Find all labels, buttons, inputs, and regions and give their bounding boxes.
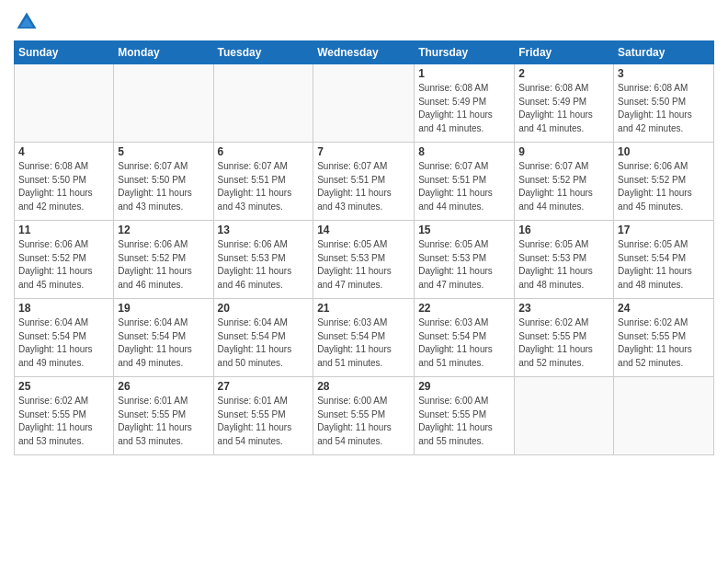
day-info: Sunrise: 6:05 AM Sunset: 5:54 PM Dayligh…	[618, 238, 710, 292]
calendar-cell: 4Sunrise: 6:08 AM Sunset: 5:50 PM Daylig…	[15, 143, 114, 221]
day-number: 13	[218, 224, 310, 236]
day-info: Sunrise: 6:04 AM Sunset: 5:54 PM Dayligh…	[118, 316, 209, 370]
day-number: 12	[118, 224, 209, 236]
day-number: 10	[618, 145, 710, 158]
day-info: Sunrise: 6:04 AM Sunset: 5:54 PM Dayligh…	[218, 316, 310, 370]
day-info: Sunrise: 6:02 AM Sunset: 5:55 PM Dayligh…	[18, 395, 109, 448]
day-info: Sunrise: 6:04 AM Sunset: 5:54 PM Dayligh…	[18, 316, 109, 370]
day-info: Sunrise: 6:06 AM Sunset: 5:52 PM Dayligh…	[118, 238, 209, 292]
calendar-cell	[515, 377, 614, 455]
calendar-week-2: 4Sunrise: 6:08 AM Sunset: 5:50 PM Daylig…	[15, 143, 714, 221]
day-info: Sunrise: 6:03 AM Sunset: 5:54 PM Dayligh…	[418, 316, 510, 370]
day-number: 25	[18, 380, 109, 393]
calendar-cell: 22Sunrise: 6:03 AM Sunset: 5:54 PM Dayli…	[415, 299, 515, 377]
day-info: Sunrise: 6:07 AM Sunset: 5:50 PM Dayligh…	[118, 160, 209, 213]
day-number: 23	[518, 302, 609, 315]
calendar-cell: 15Sunrise: 6:05 AM Sunset: 5:53 PM Dayli…	[415, 221, 515, 299]
weekday-header-monday: Monday	[114, 41, 213, 64]
day-info: Sunrise: 6:02 AM Sunset: 5:55 PM Dayligh…	[618, 316, 710, 370]
day-info: Sunrise: 6:08 AM Sunset: 5:50 PM Dayligh…	[18, 160, 109, 213]
day-info: Sunrise: 6:03 AM Sunset: 5:54 PM Dayligh…	[317, 316, 410, 370]
day-number: 6	[218, 145, 310, 158]
day-number: 16	[518, 224, 609, 236]
calendar-cell	[15, 64, 114, 143]
day-info: Sunrise: 6:08 AM Sunset: 5:49 PM Dayligh…	[418, 82, 510, 135]
day-number: 8	[418, 145, 510, 158]
day-number: 3	[618, 67, 710, 80]
calendar-cell: 10Sunrise: 6:06 AM Sunset: 5:52 PM Dayli…	[614, 143, 714, 221]
calendar-cell: 19Sunrise: 6:04 AM Sunset: 5:54 PM Dayli…	[114, 299, 213, 377]
main-container: SundayMondayTuesdayWednesdayThursdayFrid…	[0, 0, 728, 460]
calendar-cell: 13Sunrise: 6:06 AM Sunset: 5:53 PM Dayli…	[213, 221, 313, 299]
calendar-cell	[114, 64, 213, 143]
calendar-cell: 14Sunrise: 6:05 AM Sunset: 5:53 PM Dayli…	[313, 221, 415, 299]
calendar-cell	[313, 64, 415, 143]
calendar-cell	[213, 64, 313, 143]
day-number: 24	[618, 302, 710, 315]
calendar-cell: 18Sunrise: 6:04 AM Sunset: 5:54 PM Dayli…	[15, 299, 114, 377]
calendar-cell: 29Sunrise: 6:00 AM Sunset: 5:55 PM Dayli…	[415, 377, 515, 455]
day-number: 1	[418, 67, 510, 80]
day-number: 5	[118, 145, 209, 158]
day-info: Sunrise: 6:00 AM Sunset: 5:55 PM Dayligh…	[317, 395, 410, 448]
day-number: 14	[317, 224, 410, 236]
header	[14, 9, 714, 35]
calendar-cell	[614, 377, 714, 455]
day-number: 11	[18, 224, 109, 236]
day-info: Sunrise: 6:08 AM Sunset: 5:49 PM Dayligh…	[518, 82, 609, 135]
calendar-cell: 8Sunrise: 6:07 AM Sunset: 5:51 PM Daylig…	[415, 143, 515, 221]
day-info: Sunrise: 6:08 AM Sunset: 5:50 PM Dayligh…	[618, 82, 710, 135]
calendar-table: SundayMondayTuesdayWednesdayThursdayFrid…	[14, 40, 714, 455]
day-number: 20	[218, 302, 310, 315]
day-info: Sunrise: 6:05 AM Sunset: 5:53 PM Dayligh…	[317, 238, 410, 292]
day-info: Sunrise: 6:07 AM Sunset: 5:51 PM Dayligh…	[317, 160, 410, 213]
calendar-cell: 9Sunrise: 6:07 AM Sunset: 5:52 PM Daylig…	[515, 143, 614, 221]
calendar-cell: 3Sunrise: 6:08 AM Sunset: 5:50 PM Daylig…	[614, 64, 714, 143]
day-info: Sunrise: 6:07 AM Sunset: 5:52 PM Dayligh…	[518, 160, 609, 213]
day-info: Sunrise: 6:05 AM Sunset: 5:53 PM Dayligh…	[418, 238, 510, 292]
day-info: Sunrise: 6:06 AM Sunset: 5:52 PM Dayligh…	[18, 238, 109, 292]
calendar-week-3: 11Sunrise: 6:06 AM Sunset: 5:52 PM Dayli…	[15, 221, 714, 299]
calendar-cell: 1Sunrise: 6:08 AM Sunset: 5:49 PM Daylig…	[415, 64, 515, 143]
day-info: Sunrise: 6:01 AM Sunset: 5:55 PM Dayligh…	[218, 395, 310, 448]
calendar-cell: 12Sunrise: 6:06 AM Sunset: 5:52 PM Dayli…	[114, 221, 213, 299]
weekday-row: SundayMondayTuesdayWednesdayThursdayFrid…	[15, 41, 714, 64]
calendar-cell: 24Sunrise: 6:02 AM Sunset: 5:55 PM Dayli…	[614, 299, 714, 377]
day-info: Sunrise: 6:05 AM Sunset: 5:53 PM Dayligh…	[518, 238, 609, 292]
day-number: 19	[118, 302, 209, 315]
day-number: 9	[518, 145, 609, 158]
logo	[14, 9, 43, 35]
weekday-header-wednesday: Wednesday	[313, 41, 415, 64]
calendar-cell: 25Sunrise: 6:02 AM Sunset: 5:55 PM Dayli…	[15, 377, 114, 455]
day-number: 17	[618, 224, 710, 236]
day-number: 18	[18, 302, 109, 315]
day-info: Sunrise: 6:07 AM Sunset: 5:51 PM Dayligh…	[418, 160, 510, 213]
day-number: 4	[18, 145, 109, 158]
day-info: Sunrise: 6:02 AM Sunset: 5:55 PM Dayligh…	[518, 316, 609, 370]
calendar-cell: 7Sunrise: 6:07 AM Sunset: 5:51 PM Daylig…	[313, 143, 415, 221]
logo-icon	[14, 9, 40, 35]
calendar-cell: 6Sunrise: 6:07 AM Sunset: 5:51 PM Daylig…	[213, 143, 313, 221]
day-info: Sunrise: 6:01 AM Sunset: 5:55 PM Dayligh…	[118, 395, 209, 448]
calendar-cell: 27Sunrise: 6:01 AM Sunset: 5:55 PM Dayli…	[213, 377, 313, 455]
day-info: Sunrise: 6:06 AM Sunset: 5:53 PM Dayligh…	[218, 238, 310, 292]
day-number: 22	[418, 302, 510, 315]
calendar-cell: 23Sunrise: 6:02 AM Sunset: 5:55 PM Dayli…	[515, 299, 614, 377]
day-number: 21	[317, 302, 410, 315]
day-info: Sunrise: 6:00 AM Sunset: 5:55 PM Dayligh…	[418, 395, 510, 448]
weekday-header-saturday: Saturday	[614, 41, 714, 64]
calendar-cell: 26Sunrise: 6:01 AM Sunset: 5:55 PM Dayli…	[114, 377, 213, 455]
day-info: Sunrise: 6:06 AM Sunset: 5:52 PM Dayligh…	[618, 160, 710, 213]
calendar-cell: 28Sunrise: 6:00 AM Sunset: 5:55 PM Dayli…	[313, 377, 415, 455]
calendar-week-5: 25Sunrise: 6:02 AM Sunset: 5:55 PM Dayli…	[15, 377, 714, 455]
day-number: 7	[317, 145, 410, 158]
calendar-cell: 20Sunrise: 6:04 AM Sunset: 5:54 PM Dayli…	[213, 299, 313, 377]
weekday-header-thursday: Thursday	[415, 41, 515, 64]
day-number: 28	[317, 380, 410, 393]
day-number: 2	[518, 67, 609, 80]
calendar-cell: 17Sunrise: 6:05 AM Sunset: 5:54 PM Dayli…	[614, 221, 714, 299]
calendar-cell: 11Sunrise: 6:06 AM Sunset: 5:52 PM Dayli…	[15, 221, 114, 299]
calendar-cell: 2Sunrise: 6:08 AM Sunset: 5:49 PM Daylig…	[515, 64, 614, 143]
day-number: 29	[418, 380, 510, 393]
calendar-week-1: 1Sunrise: 6:08 AM Sunset: 5:49 PM Daylig…	[15, 64, 714, 143]
